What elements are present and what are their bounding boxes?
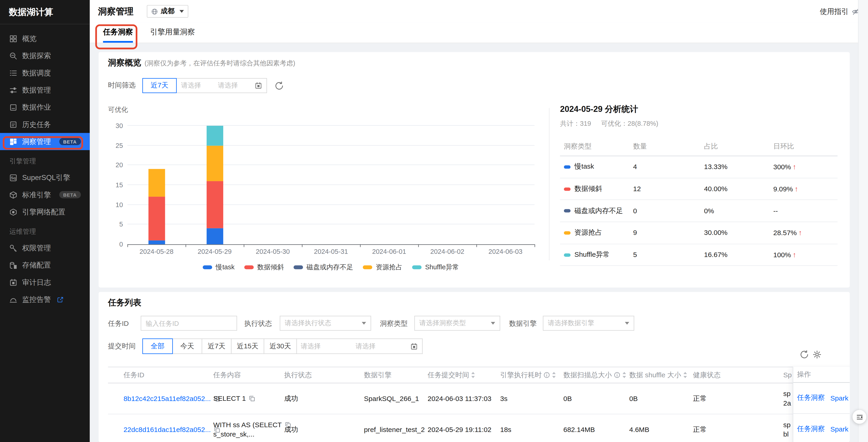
- tab-0[interactable]: 任务洞察: [103, 23, 133, 43]
- dod-value: 100%: [773, 251, 791, 259]
- info-icon[interactable]: [614, 372, 620, 378]
- cell-task-content: SELECT 1: [213, 394, 255, 403]
- action-link[interactable]: 任务洞察: [797, 393, 825, 403]
- sort-icon[interactable]: [683, 372, 687, 378]
- x-axis-label: 2024-05-31: [302, 248, 360, 255]
- column-header[interactable]: 数据 shuffle 大小: [629, 367, 687, 383]
- up-arrow-icon: ↑: [793, 251, 796, 259]
- exec-status-select[interactable]: 请选择执行状态: [280, 316, 371, 331]
- app-root: 数据湖计算 概览数据探索数据调度数据管理数据作业历史任务洞察管理BETA引擎管理…: [0, 0, 868, 442]
- sidebar-item-storage[interactable]: 存储配置: [0, 257, 90, 274]
- cell-scan-size: 0B: [563, 394, 572, 402]
- insight-type-name: 数据倾斜: [574, 184, 602, 194]
- sidebar-item-insight[interactable]: 洞察管理BETA: [0, 133, 90, 150]
- collapse-icon: [856, 413, 863, 420]
- sidebar-item-grid[interactable]: 概览: [0, 30, 90, 47]
- y-axis-tick-label: 30: [104, 122, 123, 130]
- sidebar-item-supersql[interactable]: SqSuperSQL引擎: [0, 169, 90, 186]
- sidebar-item-history[interactable]: 历史任务: [0, 116, 90, 133]
- usage-guide-toggle[interactable]: 使用指引: [820, 7, 860, 17]
- submit-date-range-picker[interactable]: 请选择 请选择: [297, 339, 423, 354]
- task-id-link[interactable]: 8b12c42c215a11ef82a052...: [123, 394, 211, 402]
- y-axis-tick-label: 5: [104, 221, 123, 228]
- task-id-link[interactable]: 22dc8d161dac11ef82a052...: [123, 426, 211, 434]
- copy-icon[interactable]: [249, 395, 255, 402]
- stats-cell-count: 9: [633, 229, 637, 237]
- date-range-picker[interactable]: 请选择 请选择: [177, 78, 267, 93]
- legend-item[interactable]: 慢task: [203, 262, 235, 272]
- quick-range-7d-button[interactable]: 近7天: [143, 78, 177, 93]
- sidebar-item-label: 存储配置: [22, 260, 51, 270]
- svg-text:Sq: Sq: [11, 176, 16, 180]
- legend-item[interactable]: 资源抢占: [363, 262, 403, 272]
- quick-range-button[interactable]: 近30天: [264, 339, 297, 354]
- usage-guide-label: 使用指引: [820, 7, 848, 17]
- task-id-input[interactable]: [141, 316, 237, 331]
- end-date-placeholder: 请选择: [355, 342, 408, 351]
- x-axis-tick: [534, 244, 535, 247]
- data-engine-label: 数据引擎: [509, 319, 537, 328]
- quick-range-button[interactable]: 近7天: [202, 339, 231, 354]
- quick-range-button[interactable]: 今天: [172, 339, 202, 354]
- column-header[interactable]: 引擎执行耗时: [500, 367, 556, 383]
- info-icon[interactable]: [544, 372, 550, 378]
- bar-segment-数据倾斜: [148, 197, 165, 240]
- sidebar-section-label: 引擎管理: [0, 153, 90, 169]
- legend-item[interactable]: 磁盘或内存不足: [294, 262, 353, 272]
- insight-type-select[interactable]: 请选择洞察类型: [414, 316, 500, 331]
- network-icon: [9, 208, 17, 216]
- refresh-icon[interactable]: [800, 350, 809, 359]
- chevron-down-icon: [625, 322, 629, 325]
- tab-1[interactable]: 引擎用量洞察: [150, 23, 195, 43]
- action-link[interactable]: 任务洞察: [797, 424, 825, 434]
- scrollbar-track[interactable]: [858, 0, 868, 442]
- collapse-panel-button[interactable]: [852, 410, 866, 424]
- task-content-text: WITH ss AS (SELECT: [213, 420, 282, 430]
- top-bar: 洞察管理 成都 使用指引: [90, 0, 868, 23]
- y-axis-tick-label: 20: [104, 161, 123, 169]
- sliders-icon: [9, 86, 17, 94]
- sidebar-item-key[interactable]: 权限管理: [0, 239, 90, 256]
- sort-icon[interactable]: [622, 372, 626, 378]
- quick-range-button[interactable]: 近15天: [231, 339, 264, 354]
- sidebar-item-list[interactable]: 数据调度: [0, 64, 90, 81]
- gear-icon[interactable]: [813, 350, 822, 359]
- sidebar-item-search[interactable]: 数据探索: [0, 47, 90, 64]
- task-id-field[interactable]: [146, 319, 232, 327]
- quick-range-button[interactable]: 全部: [143, 339, 173, 354]
- sort-icon[interactable]: [471, 372, 475, 378]
- x-axis-label: 2024-05-28: [127, 248, 185, 255]
- action-link[interactable]: Spark UI: [830, 394, 850, 402]
- sidebar-item-label: 数据探索: [22, 51, 51, 61]
- stats-row: 慢task413.33%300%↑: [560, 156, 837, 178]
- sidebar-item-label: 标准引擎: [22, 190, 51, 200]
- sort-icon[interactable]: [552, 372, 556, 378]
- audit-icon: [9, 278, 17, 286]
- legend-label: 资源抢占: [376, 262, 403, 272]
- action-link[interactable]: Spark UI: [830, 425, 850, 433]
- stats-cell-dod: 28.57%↑: [773, 229, 802, 237]
- sidebar-item-label: 历史任务: [22, 119, 51, 129]
- sidebar-item-monitor[interactable]: 监控告警: [0, 291, 90, 308]
- column-header: 任务ID: [123, 367, 144, 383]
- legend-swatch: [294, 265, 303, 269]
- data-engine-select[interactable]: 请选择数据引擎: [543, 316, 634, 331]
- sidebar-item-doc[interactable]: 数据作业: [0, 99, 90, 116]
- stats-optimizable: 可优化：28(8.78%): [601, 120, 658, 127]
- column-header[interactable]: 任务提交时间: [428, 367, 475, 383]
- refresh-icon[interactable]: [275, 81, 284, 90]
- table-toolbar: [800, 350, 822, 359]
- legend-item[interactable]: Shuffle异常: [412, 262, 459, 272]
- stats-cell-pct: 0%: [704, 207, 714, 215]
- legend-item[interactable]: 数据倾斜: [244, 262, 284, 272]
- y-axis-tick-label: 10: [104, 201, 123, 209]
- sidebar-item-sliders[interactable]: 数据管理: [0, 81, 90, 98]
- sidebar-item-audit[interactable]: 审计日志: [0, 274, 90, 291]
- region-selector[interactable]: 成都: [147, 5, 188, 18]
- column-header[interactable]: 数据扫描总大小: [563, 367, 626, 383]
- sidebar-item-cube[interactable]: 标准引擎BETA: [0, 186, 90, 203]
- globe-icon: [151, 8, 158, 14]
- sidebar-item-network[interactable]: 引擎网络配置: [0, 203, 90, 220]
- x-axis-label: 2024-06-02: [418, 248, 476, 255]
- gridline: [127, 185, 534, 185]
